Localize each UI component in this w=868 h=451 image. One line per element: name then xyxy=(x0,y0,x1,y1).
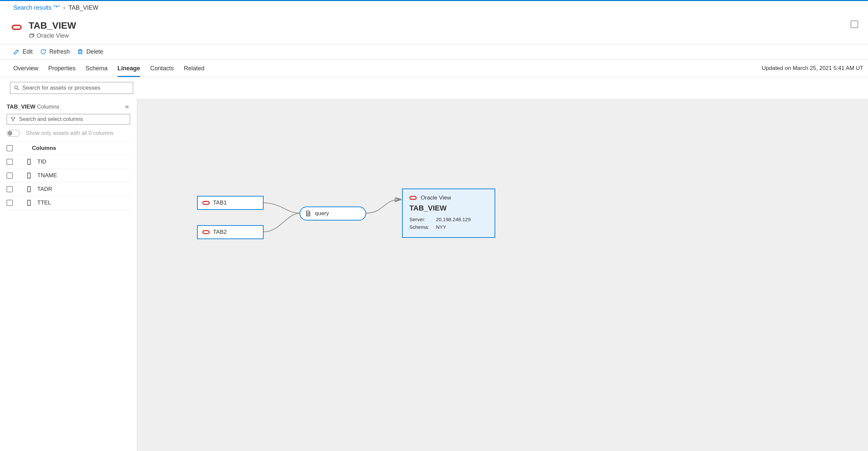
column-icon xyxy=(27,159,32,165)
column-checkbox[interactable] xyxy=(7,159,13,165)
page-title: TAB_VIEW xyxy=(29,21,76,31)
chevron-right-icon: › xyxy=(63,4,65,11)
svg-rect-5 xyxy=(28,187,30,192)
oracle-icon xyxy=(203,230,210,234)
content-area: TAB_VIEW Columns Show only assets with a… xyxy=(0,98,868,451)
column-name: TADR xyxy=(37,186,52,193)
column-checkbox[interactable] xyxy=(7,186,13,192)
select-all-checkbox[interactable] xyxy=(7,145,13,151)
show-only-toggle-label: Show only assets with all 0 columns xyxy=(26,130,114,136)
tab-lineage[interactable]: Lineage xyxy=(118,60,140,77)
oracle-icon xyxy=(409,196,417,200)
tabstrip-row: Overview Properties Schema Lineage Conta… xyxy=(0,60,868,77)
header-action-button[interactable] xyxy=(851,21,858,28)
svg-rect-3 xyxy=(28,159,30,165)
column-name: TTEL xyxy=(37,199,51,206)
asset-search-input[interactable] xyxy=(22,85,129,91)
columns-header-label: Columns xyxy=(18,145,56,151)
tab-schema[interactable]: Schema xyxy=(86,60,107,77)
updated-timestamp: Updated on March 25, 2021 5:41 AM UT xyxy=(762,65,863,72)
lineage-edges xyxy=(137,98,868,451)
lineage-canvas[interactable]: TAB1 TAB2 query Oracle View TAB_VIEW Ser… xyxy=(137,98,868,451)
page-header: TAB_VIEW Oracle View xyxy=(0,15,868,44)
asset-search-box[interactable] xyxy=(10,82,133,94)
refresh-icon xyxy=(40,48,46,55)
column-checkbox[interactable] xyxy=(7,172,13,178)
columns-header-row: Columns xyxy=(7,141,130,155)
detail-prop-row: Schema: NYY xyxy=(409,224,488,230)
breadcrumb-current: TAB_VIEW xyxy=(68,4,98,11)
lineage-node-source[interactable]: TAB2 xyxy=(197,225,264,239)
column-icon xyxy=(27,172,32,179)
stack-icon xyxy=(29,33,35,39)
column-row[interactable]: TTEL xyxy=(7,196,130,210)
svg-rect-0 xyxy=(30,35,33,37)
search-row xyxy=(0,77,868,98)
detail-entity-name: TAB_VIEW xyxy=(409,204,488,213)
column-icon xyxy=(27,186,32,193)
toolbar: Edit Refresh Delete xyxy=(0,44,868,60)
columns-list: Columns TID TNAME TADR TTEL xyxy=(0,141,137,210)
column-row[interactable]: TADR xyxy=(7,182,130,196)
collapse-sidebar-button[interactable] xyxy=(123,103,131,111)
column-checkbox[interactable] xyxy=(7,200,13,206)
document-icon xyxy=(305,210,312,217)
svg-rect-6 xyxy=(28,200,30,205)
column-name: TNAME xyxy=(37,172,57,179)
show-only-toggle[interactable] xyxy=(7,130,20,137)
svg-rect-4 xyxy=(28,173,30,178)
sidebar-entity-name: TAB_VIEW xyxy=(7,104,36,110)
lineage-detail-card[interactable]: Oracle View TAB_VIEW Server: 20.198.248.… xyxy=(402,189,495,238)
breadcrumb: Search results "*" › TAB_VIEW xyxy=(0,1,868,15)
filter-icon xyxy=(10,117,16,122)
detail-type-label: Oracle View xyxy=(421,195,451,201)
pencil-icon xyxy=(13,48,20,55)
search-icon xyxy=(13,85,20,91)
column-filter-box[interactable] xyxy=(7,114,130,124)
edit-button[interactable]: Edit xyxy=(13,48,33,55)
trash-icon xyxy=(77,48,84,55)
delete-button[interactable]: Delete xyxy=(77,48,103,55)
column-row[interactable]: TID xyxy=(7,155,130,169)
svg-rect-1 xyxy=(79,50,82,54)
oracle-icon xyxy=(203,201,210,205)
oracle-icon xyxy=(10,21,23,34)
column-name: TID xyxy=(37,159,46,165)
lineage-node-label: TAB2 xyxy=(213,229,227,235)
lineage-node-label: TAB1 xyxy=(213,199,227,206)
column-icon xyxy=(27,199,32,206)
refresh-button[interactable]: Refresh xyxy=(40,48,69,55)
page-subtitle: Oracle View xyxy=(29,32,76,39)
breadcrumb-root-link[interactable]: Search results "*" xyxy=(13,4,60,11)
lineage-node-process[interactable]: query xyxy=(300,206,366,221)
column-row[interactable]: TNAME xyxy=(7,169,130,182)
chevrons-left-icon xyxy=(124,104,130,110)
columns-sidebar: TAB_VIEW Columns Show only assets with a… xyxy=(0,98,137,451)
lineage-node-label: query xyxy=(315,210,329,217)
tab-related[interactable]: Related xyxy=(184,60,204,77)
lineage-node-source[interactable]: TAB1 xyxy=(197,196,264,210)
tabstrip: Overview Properties Schema Lineage Conta… xyxy=(13,60,204,77)
tab-contacts[interactable]: Contacts xyxy=(150,60,174,77)
tab-properties[interactable]: Properties xyxy=(48,60,75,77)
detail-prop-row: Server: 20.198.248.129 xyxy=(409,217,488,222)
column-filter-input[interactable] xyxy=(19,116,126,122)
tab-overview[interactable]: Overview xyxy=(13,60,38,77)
svg-point-2 xyxy=(14,86,18,89)
